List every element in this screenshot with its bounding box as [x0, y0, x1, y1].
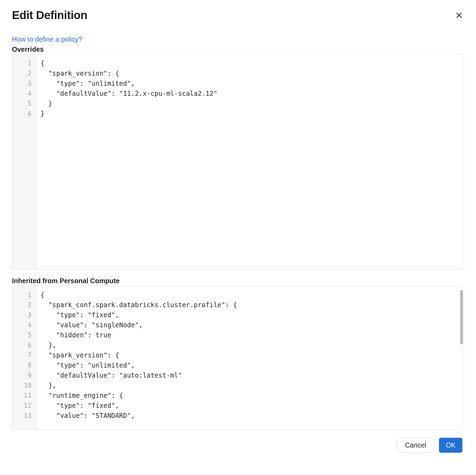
overrides-label: Overrides [12, 45, 464, 53]
overrides-code[interactable]: { "spark_version": { "type": "unlimited"… [37, 55, 464, 269]
close-button[interactable] [454, 10, 464, 21]
help-link[interactable]: How to define a policy? [12, 35, 82, 43]
dialog-title: Edit Definition [12, 9, 87, 22]
inherited-editor: 12345678910111213 { "spark_conf.spark.da… [12, 286, 464, 430]
overrides-gutter: 123456 [12, 55, 37, 269]
dialog-header: Edit Definition [12, 9, 464, 35]
close-icon [455, 11, 463, 19]
cancel-button[interactable]: Cancel [397, 438, 434, 453]
inherited-code: { "spark_conf.spark.databricks.cluster.p… [37, 286, 464, 429]
ok-button[interactable]: OK [439, 438, 462, 453]
edit-definition-dialog: Edit Definition How to define a policy? … [0, 0, 476, 469]
overrides-editor[interactable]: 123456 { "spark_version": { "type": "unl… [12, 54, 464, 269]
inherited-gutter: 12345678910111213 [12, 286, 37, 429]
dialog-footer: Cancel OK [12, 438, 464, 453]
inherited-label: Inherited from Personal Compute [12, 277, 464, 285]
scrollbar-thumb[interactable] [460, 290, 463, 344]
